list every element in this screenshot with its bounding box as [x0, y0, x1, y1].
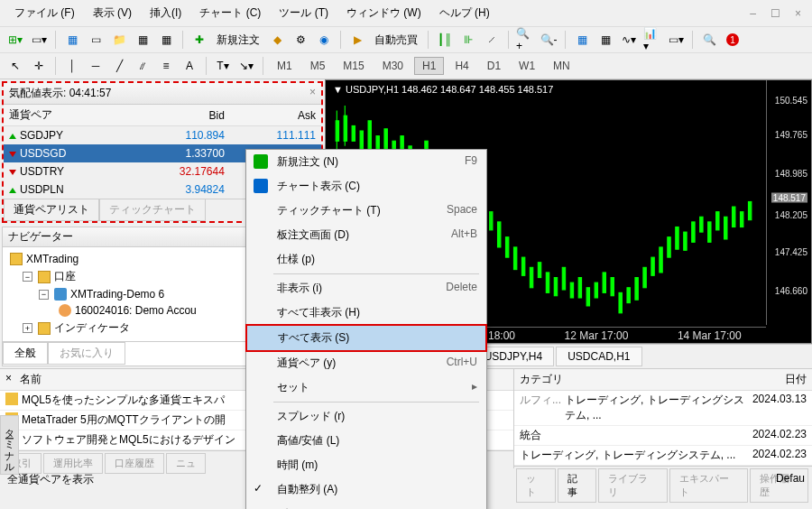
vline-icon[interactable]: │: [62, 56, 82, 76]
tf-m1[interactable]: M1: [270, 58, 300, 74]
tf-d1[interactable]: D1: [480, 58, 508, 74]
ctx-item[interactable]: すべて非表示 (H): [246, 301, 486, 325]
label-icon[interactable]: T▾: [213, 56, 233, 76]
market-watch-icon[interactable]: ▦: [62, 30, 82, 50]
svg-rect-46: [692, 222, 695, 242]
tf-h1[interactable]: H1: [414, 57, 444, 75]
options-icon[interactable]: ⚙: [291, 30, 310, 50]
terminal-tab[interactable]: ット: [516, 468, 556, 503]
maximize-icon[interactable]: ☐: [767, 7, 784, 20]
tf-h4[interactable]: H4: [448, 58, 475, 74]
alerts-icon[interactable]: 1: [723, 30, 743, 50]
menu-file[interactable]: ファイル (F): [7, 4, 82, 23]
tf-mn[interactable]: MN: [546, 58, 577, 74]
cursor-icon[interactable]: ↖: [5, 56, 25, 76]
candle-chart-icon[interactable]: ⊪: [458, 30, 478, 50]
autoscroll-icon[interactable]: ▦: [572, 30, 592, 50]
ctx-item[interactable]: 高値/安値 (L): [246, 429, 486, 453]
search-icon[interactable]: 🔍: [699, 30, 719, 50]
menu-help[interactable]: ヘルプ (H): [432, 4, 497, 23]
profiles-icon[interactable]: ▭▾: [29, 30, 49, 50]
col-bid[interactable]: Bid: [128, 105, 230, 126]
ctx-item[interactable]: 新規注文 (N)F9: [246, 150, 486, 174]
article-row[interactable]: 統合2024.02.23: [514, 426, 812, 446]
expand-icon[interactable]: +: [23, 323, 32, 333]
crosshair-icon[interactable]: ✛: [29, 56, 49, 76]
new-order-icon[interactable]: ✚: [189, 30, 209, 50]
menu-view[interactable]: 表示 (V): [86, 4, 139, 23]
collapse-icon[interactable]: −: [23, 272, 32, 282]
autotrade-icon[interactable]: ▶: [347, 30, 367, 50]
ctx-item[interactable]: 非表示 (i)Delete: [246, 276, 486, 301]
terminal-tab-history[interactable]: 口座履歴: [105, 453, 164, 474]
ctx-item[interactable]: ティックチャート (T)Space: [246, 199, 486, 223]
new-chart-icon[interactable]: ⊞▾: [5, 30, 25, 50]
ctx-item[interactable]: セット▸: [246, 375, 486, 400]
close-icon[interactable]: ×: [791, 7, 805, 20]
quote-row[interactable]: SGDJPY 110.894 111.111: [4, 126, 321, 145]
chart-shift-icon[interactable]: ▦: [595, 30, 615, 50]
ctx-item[interactable]: 自動整列 (A)✓: [246, 477, 486, 502]
ctx-item[interactable]: スプレッド (r): [246, 404, 486, 429]
panel-close-icon[interactable]: ×: [309, 86, 316, 101]
new-order-button[interactable]: 新規注文: [213, 32, 263, 48]
ctx-item[interactable]: チャート表示 (C): [246, 174, 486, 199]
terminal-tab-exposure[interactable]: 運用比率: [43, 453, 103, 474]
ctx-item[interactable]: 通貨ペア (y)Ctrl+U: [246, 351, 486, 375]
data-window-icon[interactable]: ▭: [86, 30, 106, 50]
minimize-icon[interactable]: –: [746, 7, 760, 20]
menu-insert[interactable]: 挿入(I): [143, 4, 189, 23]
zoom-in-icon[interactable]: 🔍+: [515, 30, 535, 50]
strategy-tester-icon[interactable]: ▦: [156, 30, 176, 50]
nav-tab-common[interactable]: 全般: [3, 342, 48, 365]
ctx-item[interactable]: 仕様 (p): [246, 247, 486, 272]
nav-tab-favorites[interactable]: お気に入り: [48, 342, 125, 365]
navigator-icon[interactable]: 📁: [109, 30, 129, 50]
zoom-out-icon[interactable]: 🔍-: [539, 30, 558, 50]
terminal-label[interactable]: ターミナル: [0, 415, 19, 475]
arrow-icon[interactable]: ↘▾: [236, 56, 256, 76]
terminal-tab-news[interactable]: ニュ: [166, 453, 206, 474]
terminal-tab-library[interactable]: ライブラリ: [598, 468, 667, 503]
terminal-tab-experts[interactable]: エキスパート: [669, 468, 748, 503]
tf-m30[interactable]: M30: [375, 58, 411, 74]
trendline-icon[interactable]: ╱: [109, 56, 129, 76]
ctx-item[interactable]: すべて表示 (S): [245, 324, 487, 352]
hline-icon[interactable]: ─: [86, 56, 106, 76]
menu-chart[interactable]: チャート (C): [192, 4, 268, 23]
svg-rect-4: [352, 125, 355, 141]
autotrade-button[interactable]: 自動売買: [371, 32, 421, 48]
tab-tick-chart[interactable]: ティックチャート: [99, 199, 206, 221]
periods-icon[interactable]: 📊▾: [642, 30, 662, 50]
tf-m5[interactable]: M5: [303, 58, 333, 74]
ctx-item[interactable]: 時間 (m): [246, 453, 486, 477]
svg-rect-31: [570, 282, 573, 298]
article-row[interactable]: ルフィ...トレーディング, トレーディングシステム, ...2024.03.1…: [514, 391, 812, 426]
svg-rect-33: [586, 288, 589, 306]
fibo-icon[interactable]: ≡: [156, 56, 176, 76]
channel-icon[interactable]: ⫽: [133, 56, 152, 76]
tab-symbols[interactable]: 通貨ペアリスト: [4, 199, 99, 221]
bar-chart-icon[interactable]: ┃║: [435, 30, 455, 50]
panel-close-icon[interactable]: ×: [0, 369, 14, 390]
text-icon[interactable]: A: [180, 56, 199, 76]
templates-icon[interactable]: ▭▾: [666, 30, 686, 50]
tf-m15[interactable]: M15: [336, 58, 371, 74]
menu-window[interactable]: ウィンドウ (W): [339, 4, 429, 23]
menu-tools[interactable]: ツール (T): [272, 4, 336, 23]
fullscreen-icon[interactable]: ◉: [314, 30, 334, 50]
col-ask[interactable]: Ask: [230, 105, 321, 126]
ctx-item[interactable]: グリッド (G)▸: [246, 502, 486, 509]
line-chart-icon[interactable]: ⟋: [482, 30, 502, 50]
col-symbol[interactable]: 通貨ペア: [4, 105, 128, 126]
indicators-icon[interactable]: ∿▾: [619, 30, 639, 50]
terminal-tab-articles[interactable]: 記事: [558, 468, 597, 503]
svg-rect-30: [562, 267, 565, 290]
ctx-item[interactable]: 板注文画面 (D)Alt+B: [246, 223, 486, 247]
collapse-icon[interactable]: −: [39, 290, 49, 300]
terminal-icon[interactable]: ▦: [133, 30, 152, 50]
article-row[interactable]: トレーディング, トレーディングシステム, ...2024.02.23: [514, 446, 812, 466]
tf-w1[interactable]: W1: [512, 58, 542, 74]
meta-editor-icon[interactable]: ◆: [267, 30, 287, 50]
col-name[interactable]: 名前: [14, 369, 47, 390]
